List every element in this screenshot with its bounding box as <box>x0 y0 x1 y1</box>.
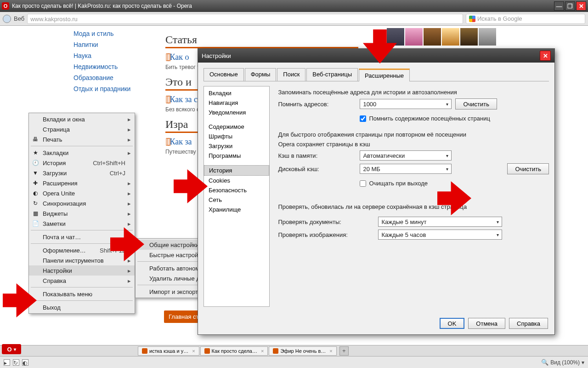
tab-advanced[interactable]: Расширенные <box>359 69 410 81</box>
settings-pane: Запоминать посещённые адреса для истории… <box>278 86 549 307</box>
tab-close-icon[interactable]: × <box>261 348 264 354</box>
menu-widgets[interactable]: ▦Виджеты <box>29 208 135 218</box>
zoom-icon: 🔍 <box>541 359 548 366</box>
browser-tab[interactable]: Как просто сдела…× <box>200 346 268 356</box>
tab-close-icon[interactable]: × <box>192 348 195 354</box>
opera-menu-button[interactable]: O <box>2 344 21 354</box>
clear-history-button[interactable]: Очистить <box>455 98 497 109</box>
tab-general[interactable]: Основные <box>204 68 244 81</box>
web-label: Веб <box>14 15 24 22</box>
window-titlebar: O Как просто сделать всё! | KakProsto.ru… <box>0 0 588 12</box>
tab-webpages[interactable]: Веб-страницы <box>306 68 358 81</box>
sidebar-link[interactable]: Наука <box>74 50 156 61</box>
avatar-strip <box>387 28 496 46</box>
cat-history[interactable]: История <box>204 165 269 176</box>
menu-separator <box>31 146 133 146</box>
cat-programs[interactable]: Программы <box>204 151 269 161</box>
search-placeholder: Искать в Google <box>477 14 522 24</box>
settings-dialog: Настройки ✕ Основные Формы Поиск Веб-стр… <box>198 48 555 335</box>
panel-toggle-icon[interactable]: ▸ <box>4 359 10 366</box>
disk-cache-label: Дисковый кэш: <box>278 166 356 172</box>
sidebar-link[interactable]: Мода и стиль <box>74 28 156 39</box>
help-button[interactable]: Справка <box>509 318 548 329</box>
check-images-label: Проверять изображения: <box>278 231 374 238</box>
menu-exit[interactable]: Выход <box>29 302 135 312</box>
avatar[interactable] <box>460 28 478 46</box>
menu-opera-unite[interactable]: ◐Opera Unite <box>29 188 135 198</box>
cat-notifications[interactable]: Уведомления <box>204 108 269 117</box>
new-tab-button[interactable]: + <box>339 346 349 356</box>
clear-cache-button[interactable]: Очистить <box>507 163 549 174</box>
cat-downloads[interactable]: Загрузки <box>204 141 269 151</box>
category-sidebar: Мода и стиль Напитки Наука Недвижимость … <box>74 28 156 94</box>
menu-help[interactable]: Справка <box>29 276 135 286</box>
browser-tab[interactable]: истка кэша и у…× <box>138 346 199 356</box>
tab-favicon-icon <box>204 348 210 354</box>
menu-show-menu[interactable]: Показывать меню <box>29 289 135 299</box>
cat-content[interactable]: Содержимое <box>204 122 269 132</box>
annotation-arrow <box>363 29 397 63</box>
print-icon: 🖶 <box>32 136 39 143</box>
menu-extensions[interactable]: ✚Расширения <box>29 178 135 188</box>
ok-button[interactable]: OK <box>440 318 465 329</box>
menu-separator <box>31 287 133 288</box>
avatar[interactable] <box>479 28 496 46</box>
check-docs-select[interactable]: Каждые 5 минут▾ <box>378 217 502 227</box>
cancel-button[interactable]: Отмена <box>468 318 505 329</box>
menu-page[interactable]: Страница <box>29 124 135 134</box>
check-updates-desc: Проверять, обновилась ли на сервере сохр… <box>278 203 549 210</box>
cat-security[interactable]: Безопасность <box>204 185 269 195</box>
cat-tabs[interactable]: Вкладки <box>204 88 269 98</box>
menu-tabs-windows[interactable]: Вкладки и окна <box>29 114 135 124</box>
sync-status-icon[interactable]: ↻ <box>13 359 19 366</box>
tab-forms[interactable]: Формы <box>245 68 277 81</box>
menu-downloads[interactable]: ▼ЗагрузкиCtrl+J <box>29 168 135 178</box>
cat-network[interactable]: Сеть <box>204 195 269 205</box>
search-field[interactable]: Искать в Google <box>466 14 585 24</box>
avatar[interactable] <box>405 28 423 46</box>
sidebar-link[interactable]: Напитки <box>74 39 156 50</box>
maximize-button[interactable]: ❐ <box>565 1 575 11</box>
menu-history[interactable]: 🕘ИсторияCtrl+Shift+H <box>29 158 135 168</box>
tab-close-icon[interactable]: × <box>329 348 332 354</box>
sidebar-link[interactable]: Недвижимость <box>74 61 156 72</box>
clear-on-exit-checkbox[interactable]: Очищать при выходе <box>360 180 428 187</box>
zoom-label[interactable]: Вид (100%) <box>550 359 580 366</box>
section-heading: Статья <box>165 34 358 46</box>
memory-cache-select[interactable]: Автоматически▾ <box>360 150 452 161</box>
cat-storage[interactable]: Хранилище <box>204 205 269 214</box>
unite-status-icon[interactable]: ◐ <box>22 359 28 366</box>
url-field[interactable]: www.kakprosto.ru <box>27 14 463 24</box>
tab-search[interactable]: Поиск <box>277 68 305 81</box>
avatar[interactable] <box>442 28 459 46</box>
category-list[interactable]: Вкладки Навигация Уведомления Содержимое… <box>204 86 270 307</box>
remember-addresses-input[interactable]: 1000▾ <box>360 99 452 109</box>
chevron-down-icon[interactable]: ▾ <box>582 359 584 366</box>
minimize-button[interactable]: — <box>554 1 564 11</box>
dialog-close-button[interactable]: ✕ <box>540 51 551 61</box>
cat-navigation[interactable]: Навигация <box>204 98 269 108</box>
browser-tab[interactable]: Эфир Не очень в…× <box>269 346 336 356</box>
pane-description: Запоминать посещённые адреса для истории… <box>278 89 549 96</box>
menu-settings[interactable]: Настройки <box>29 265 135 276</box>
cat-cookies[interactable]: Cookies <box>204 176 269 185</box>
menu-print[interactable]: 🖶Печать <box>29 134 135 144</box>
sidebar-link[interactable]: Отдых и праздники <box>74 83 156 94</box>
dialog-footer: OK Отмена Справка <box>440 318 548 329</box>
remember-content-checkbox[interactable]: Помнить содержимое посещённых страниц <box>360 115 490 122</box>
cat-fonts[interactable]: Шрифты <box>204 132 269 141</box>
tab-favicon-icon <box>273 348 278 354</box>
tab-favicon-icon <box>142 348 147 354</box>
disk-cache-select[interactable]: 20 МБ▾ <box>360 164 452 174</box>
google-icon <box>469 16 475 22</box>
cache-desc: Для быстрого отображения страницы при по… <box>278 131 549 138</box>
menu-bookmarks[interactable]: ★Закладки <box>29 148 135 158</box>
check-images-select[interactable]: Каждые 5 часов▾ <box>378 230 502 240</box>
sidebar-link[interactable]: Образование <box>74 72 156 83</box>
avatar[interactable] <box>424 28 441 46</box>
close-button[interactable]: ✕ <box>576 1 586 11</box>
puzzle-icon: ✚ <box>32 179 39 187</box>
status-bar: ▸ ↻ ◐ 🔍 Вид (100%) ▾ <box>0 356 588 368</box>
menu-sync[interactable]: ↻Синхронизация <box>29 198 135 208</box>
dialog-title: Настройки <box>202 52 231 59</box>
